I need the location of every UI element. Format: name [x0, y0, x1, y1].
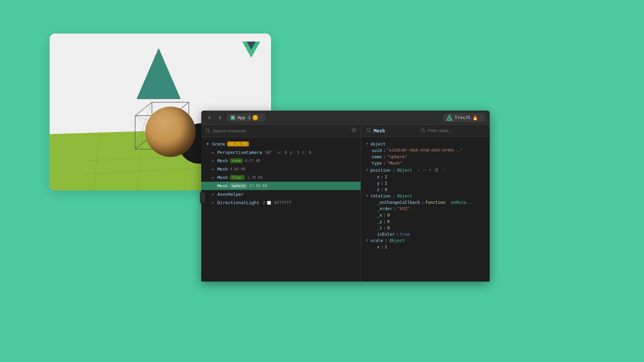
- tree-item-floor[interactable]: ▶ Mesh floor 1.78 KB: [201, 173, 361, 182]
- light-color: #ffffff: [274, 200, 291, 205]
- position-arrow: ▶: [366, 169, 369, 171]
- svg-marker-7: [137, 49, 180, 99]
- tree-label-light: DirectionalLight: [217, 200, 259, 205]
- svg-line-28: [370, 131, 371, 132]
- floor-arrow: ▶: [212, 176, 215, 179]
- app-tab[interactable]: App 1 ! ▾: [227, 114, 266, 122]
- tres-chevron: ▾: [480, 115, 482, 120]
- tree-item-scene[interactable]: ▼ Scene 60.81 KB: [201, 140, 361, 148]
- mesh2-arrow: ▶: [212, 167, 215, 171]
- tree-label-camera: PerspectiveCamera: [217, 150, 262, 155]
- tree-item-camera[interactable]: ▶ PerspectiveCamera 50° x: 6 y: 5 z: 8: [201, 148, 361, 157]
- sphere-3d: [145, 107, 196, 157]
- vue-logo: [242, 42, 260, 58]
- pos-x-key: x: [377, 174, 380, 179]
- scene-panel: ▼ Scene 60.81 KB ▶ PerspectiveCamera 50°…: [201, 125, 361, 282]
- order-key: _order: [377, 206, 392, 211]
- search-icon-props: [366, 127, 371, 134]
- tree-item-mesh2[interactable]: ▶ Mesh 0.89 KB: [201, 165, 361, 173]
- uuid-key: uuid: [372, 148, 382, 153]
- collapse-panel-button[interactable]: ‹: [200, 192, 205, 203]
- sphere-size: 57.56 KB: [249, 184, 267, 188]
- axes-arrow: ▶: [212, 192, 215, 196]
- scale-key: scale: [370, 238, 383, 243]
- light-arrow: ▶: [212, 201, 215, 204]
- svg-line-25: [209, 131, 210, 132]
- svg-point-26: [353, 129, 355, 131]
- forward-button[interactable]: [216, 114, 224, 122]
- rotation-section[interactable]: ▶ rotation : Object: [366, 193, 484, 199]
- svg-rect-21: [231, 116, 234, 119]
- search-bar: [201, 125, 361, 137]
- scale-arrow: ▶: [366, 239, 369, 241]
- prop-name: name : "sphere": [366, 154, 484, 160]
- onchange-func: function: [425, 200, 445, 205]
- tree-item-cone[interactable]: ▶ Mesh cone 0.57 KB: [201, 157, 361, 165]
- minus-btn[interactable]: −: [422, 167, 427, 173]
- prop-order: _order : "XYZ": [366, 205, 484, 212]
- more-btn[interactable]: ⋮: [441, 168, 447, 173]
- camera-arrow: ▶: [212, 150, 215, 154]
- floor-tag: floor: [230, 175, 245, 180]
- rx-key: _x: [377, 213, 382, 218]
- tree-label-mesh2: Mesh: [217, 167, 228, 172]
- tree-item-axes[interactable]: ▶ AxesHelper: [201, 190, 361, 198]
- search-icon: [205, 128, 210, 134]
- pos-z-value: 0: [385, 187, 387, 192]
- onchange-key: _onChangeCallback: [377, 200, 420, 205]
- scale-type: Object: [389, 238, 405, 243]
- type-key: type: [372, 161, 382, 166]
- edit-btn[interactable]: ✏️: [417, 168, 421, 173]
- delete-btn[interactable]: 🗑: [434, 167, 440, 173]
- object-arrow: ▶: [366, 143, 369, 145]
- search-input[interactable]: [213, 128, 348, 133]
- props-body: ▶ object uuid : "e13d5c0f-f6b6-47b8-b8d5…: [361, 137, 490, 282]
- tres-tab[interactable]: TresJS 🔥 ▾: [443, 113, 486, 122]
- rz-value: 0: [387, 225, 390, 230]
- props-header: Mesh: [361, 125, 490, 137]
- tree-label-mesh-floor: Mesh: [217, 175, 228, 180]
- onchange-funcname: onRota...: [450, 200, 473, 205]
- prop-ry: _y : 0: [366, 218, 484, 225]
- position-key: position: [370, 168, 390, 173]
- prop-rx: _x : 0: [366, 212, 484, 218]
- uuid-value: "e13d5c0f-f6b6-47b8-b8d5-bf4b9...": [387, 148, 463, 153]
- iseuler-key: isEuler: [377, 232, 395, 237]
- sphere-arrow: ▶: [212, 184, 215, 188]
- devtools-panel: App 1 ! ▾ › TresJS 🔥 ▾: [201, 111, 490, 282]
- scene-tree: ▼ Scene 60.81 KB ▶ PerspectiveCamera 50°…: [201, 137, 361, 282]
- plus-btn[interactable]: +: [428, 167, 432, 173]
- rotation-arrow: ▶: [366, 195, 369, 197]
- filter-icon: [421, 127, 425, 134]
- tree-label-mesh-sphere: Mesh: [217, 183, 228, 188]
- mesh2-size: 0.89 KB: [230, 167, 245, 171]
- position-actions: ✏️ − + 🗑 ⋮: [417, 167, 447, 173]
- iseuler-value: true: [400, 232, 410, 237]
- object-section[interactable]: ▶ object: [366, 141, 484, 147]
- devtools-body: ▼ Scene 60.81 KB ▶ PerspectiveCamera 50°…: [201, 125, 490, 282]
- pos-z-key: z: [377, 187, 380, 192]
- position-section[interactable]: ▶ position : Object ✏️ − + 🗑 ⋮: [366, 166, 484, 174]
- light-count: 2: [263, 200, 265, 205]
- sphere-tag: sphere: [230, 183, 247, 188]
- props-panel: Mesh ▶ object uuid : "e13d5c0f-f6b6-47b8…: [361, 125, 490, 282]
- tres-logo: [446, 115, 452, 121]
- pos-y-value: 2: [385, 181, 387, 186]
- fire-icon: 🔥: [472, 115, 478, 120]
- props-title: Mesh: [374, 128, 418, 133]
- prop-uuid: uuid : "e13d5c0f-f6b6-47b8-b8d5-bf4b9...…: [366, 147, 484, 154]
- back-button[interactable]: [205, 114, 213, 122]
- app-name: App 1: [237, 115, 251, 120]
- scale-section[interactable]: ▶ scale : Object: [366, 237, 484, 244]
- object-key: object: [370, 141, 385, 146]
- tree-item-sphere[interactable]: ▶ Mesh sphere 57.56 KB: [201, 182, 361, 190]
- settings-icon[interactable]: [351, 127, 357, 134]
- camera-info: 50° x: 6 y: 5 z: 8: [265, 150, 311, 155]
- prop-scale-x: x : 1: [366, 244, 484, 250]
- tree-item-light[interactable]: ▶ DirectionalLight 2 #ffffff: [201, 198, 361, 207]
- tree-label-scene: Scene: [212, 141, 225, 146]
- rx-value: 0: [387, 213, 390, 218]
- breadcrumb-arrow: ›: [268, 115, 271, 120]
- filter-input[interactable]: [428, 128, 484, 133]
- app-tab-icon: [230, 115, 235, 120]
